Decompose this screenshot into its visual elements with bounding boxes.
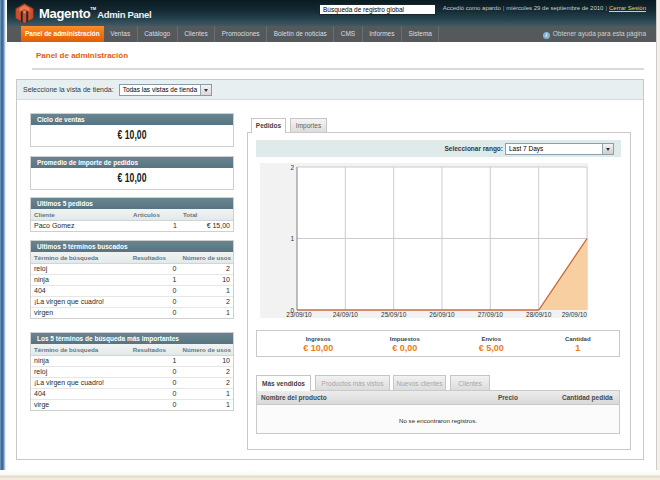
svg-text:27/09/10: 27/09/10 — [478, 311, 504, 318]
svg-text:28/09/10: 28/09/10 — [526, 311, 552, 318]
svg-text:2: 2 — [290, 164, 294, 171]
svg-text:26/09/10: 26/09/10 — [429, 311, 455, 318]
svg-text:25/09/10: 25/09/10 — [381, 311, 407, 318]
svg-text:1: 1 — [290, 235, 294, 242]
svg-text:24/09/10: 24/09/10 — [333, 311, 359, 318]
svg-text:23/09/10: 23/09/10 — [286, 311, 312, 318]
svg-text:29/09/10: 29/09/10 — [562, 311, 588, 318]
